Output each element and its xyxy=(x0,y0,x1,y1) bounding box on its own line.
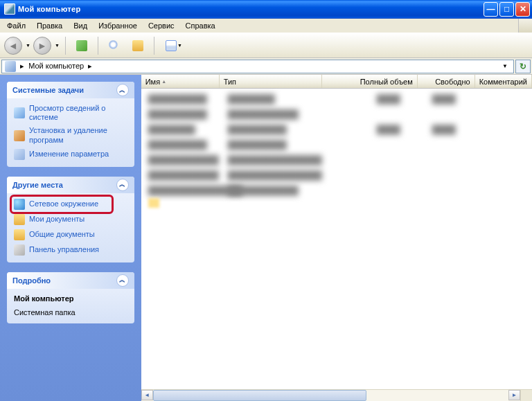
column-free[interactable]: Свободно xyxy=(418,75,475,88)
back-history-dropdown[interactable]: ▼ xyxy=(26,43,30,48)
scroll-left-button[interactable]: ◄ xyxy=(141,390,153,400)
folders-button[interactable] xyxy=(127,35,148,56)
forward-history-dropdown[interactable]: ▼ xyxy=(55,43,60,48)
control-panel-icon xyxy=(14,244,25,256)
menu-view[interactable]: Вид xyxy=(68,19,93,32)
address-field[interactable]: ▸ Мой компьютер ▸ ▼ xyxy=(1,60,514,73)
add-remove-icon xyxy=(14,130,25,141)
listview-body[interactable]: ██████████ ████████ ████ ████ ██████████… xyxy=(141,89,532,401)
back-button[interactable]: ◄ xyxy=(4,37,22,55)
search-icon xyxy=(109,40,120,51)
toolbar-separator xyxy=(154,37,154,55)
details-name: Мой компьютер xyxy=(14,294,127,303)
place-shared-documents[interactable]: Общие документы xyxy=(14,229,127,240)
maximize-button[interactable]: □ xyxy=(499,2,514,17)
sort-asc-icon: ▲ xyxy=(161,79,166,84)
menu-tools[interactable]: Сервис xyxy=(143,19,180,32)
folder-icon xyxy=(14,229,25,240)
folder-icon xyxy=(14,214,25,225)
setting-icon xyxy=(14,149,25,160)
tasks-sidebar: Системные задачи ︽ Просмотр сведений о с… xyxy=(0,75,141,401)
refresh-button[interactable]: ↻ xyxy=(515,60,531,73)
system-tasks-header[interactable]: Системные задачи ︽ xyxy=(7,82,134,98)
menu-edit[interactable]: Правка xyxy=(31,19,68,32)
my-computer-icon xyxy=(4,3,15,15)
column-headers: Имя▲ Тип Полный объем Свободно Комментар… xyxy=(141,75,532,89)
collapse-icon: ︽ xyxy=(116,274,129,287)
menu-favorites[interactable]: Избранное xyxy=(93,19,143,32)
toolbar-separator xyxy=(65,37,66,55)
task-view-system-info[interactable]: Просмотр сведений о системе xyxy=(14,104,127,122)
toolbar-separator xyxy=(98,37,98,55)
other-places-header[interactable]: Другие места ︽ xyxy=(7,177,134,193)
network-icon xyxy=(14,199,25,210)
folders-icon xyxy=(132,40,143,51)
views-icon xyxy=(166,40,177,51)
task-add-remove-programs[interactable]: Установка и удаление программ xyxy=(14,126,127,144)
address-path: ▸ Мой компьютер ▸ xyxy=(20,62,495,71)
close-button[interactable]: ✕ xyxy=(515,2,530,17)
main-listview[interactable]: Имя▲ Тип Полный объем Свободно Комментар… xyxy=(141,75,532,401)
column-name[interactable]: Имя▲ xyxy=(141,75,220,88)
system-tasks-panel: Системные задачи ︽ Просмотр сведений о с… xyxy=(7,82,134,167)
place-control-panel[interactable]: Панель управления xyxy=(14,244,127,256)
scroll-thumb[interactable] xyxy=(153,390,366,401)
scrollbar-corner xyxy=(520,389,532,401)
system-info-icon xyxy=(14,107,25,118)
place-network[interactable]: Сетевое окружение xyxy=(14,199,127,210)
views-button[interactable]: ▼ xyxy=(160,35,188,56)
menubar: Файл Правка Вид Избранное Сервис Справка xyxy=(0,18,532,33)
menu-help[interactable]: Справка xyxy=(180,19,221,32)
column-comment[interactable]: Комментарий xyxy=(475,75,532,88)
details-header[interactable]: Подробно ︽ xyxy=(7,272,134,289)
scroll-track[interactable] xyxy=(153,390,508,401)
up-button[interactable] xyxy=(71,35,92,56)
place-my-documents[interactable]: Мои документы xyxy=(14,214,127,225)
chevron-down-icon: ▼ xyxy=(177,43,182,48)
titlebar[interactable]: Мой компьютер — □ ✕ xyxy=(0,0,532,18)
other-places-panel: Другие места ︽ Сетевое окружение Мои док… xyxy=(7,177,134,262)
address-dropdown[interactable]: ▼ xyxy=(499,63,511,69)
minimize-button[interactable]: — xyxy=(484,2,498,17)
horizontal-scrollbar[interactable]: ◄ ► xyxy=(141,389,520,401)
addressbar: ▸ Мой компьютер ▸ ▼ ↻ xyxy=(0,58,532,75)
menu-file[interactable]: Файл xyxy=(1,19,31,32)
menubar-throbber xyxy=(518,19,532,33)
details-panel: Подробно ︽ Мой компьютер Системная папка xyxy=(7,272,134,323)
forward-button[interactable]: ► xyxy=(33,37,51,55)
collapse-icon: ︽ xyxy=(116,84,129,96)
window-title: Мой компьютер xyxy=(18,5,482,13)
column-type[interactable]: Тип xyxy=(220,75,322,88)
folder-up-icon xyxy=(76,40,87,51)
toolbar: ◄ ▼ ► ▼ ▼ xyxy=(0,33,532,58)
search-button[interactable] xyxy=(104,35,125,56)
task-change-setting[interactable]: Изменение параметра xyxy=(14,149,127,160)
my-computer-icon xyxy=(5,61,16,72)
scroll-right-button[interactable]: ► xyxy=(508,390,520,400)
collapse-icon: ︽ xyxy=(116,179,129,191)
refresh-icon: ↻ xyxy=(520,62,526,71)
details-type: Системная папка xyxy=(14,308,127,317)
column-total-size[interactable]: Полный объем xyxy=(322,75,418,88)
